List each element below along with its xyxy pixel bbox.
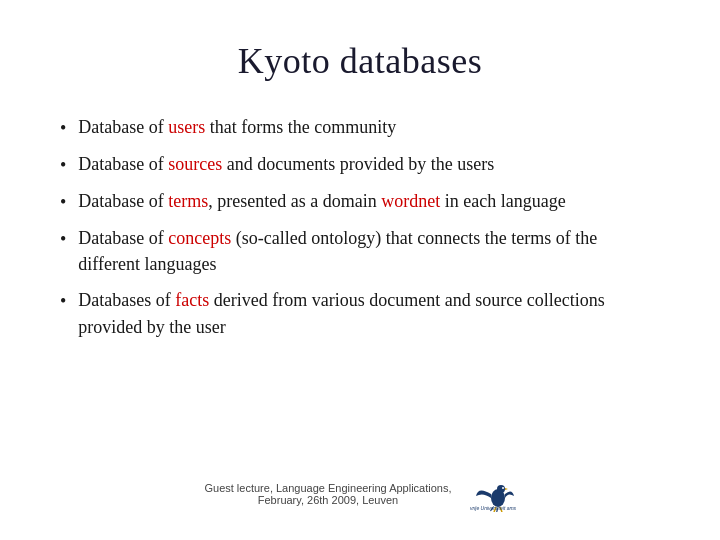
bullet-text-5: Databases of facts derived from various … bbox=[78, 287, 660, 339]
svg-point-1 bbox=[497, 485, 505, 493]
footer-text: Guest lecture, Language Engineering Appl… bbox=[204, 482, 451, 506]
keyword-wordnet: wordnet bbox=[381, 191, 440, 211]
bullet-text-2: Database of sources and documents provid… bbox=[78, 151, 660, 177]
bullet-dot: • bbox=[60, 115, 66, 141]
bullet-dot: • bbox=[60, 152, 66, 178]
svg-text:vrije Universiteit  amsterdam: vrije Universiteit amsterdam bbox=[470, 505, 516, 511]
bullet-text-3: Database of terms, presented as a domain… bbox=[78, 188, 660, 214]
keyword-terms: terms bbox=[168, 191, 208, 211]
bullet-dot: • bbox=[60, 226, 66, 252]
list-item: • Databases of facts derived from variou… bbox=[60, 287, 660, 339]
keyword-users: users bbox=[168, 117, 205, 137]
keyword-concepts: concepts bbox=[168, 228, 231, 248]
list-item: • Database of users that forms the commu… bbox=[60, 114, 660, 141]
footer-line1: Guest lecture, Language Engineering Appl… bbox=[204, 482, 451, 494]
list-item: • Database of sources and documents prov… bbox=[60, 151, 660, 178]
svg-marker-2 bbox=[505, 488, 508, 490]
bullet-dot: • bbox=[60, 189, 66, 215]
bullet-list: • Database of users that forms the commu… bbox=[60, 114, 660, 466]
list-item: • Database of terms, presented as a doma… bbox=[60, 188, 660, 215]
keyword-sources: sources bbox=[168, 154, 222, 174]
vu-logo: vrije Universiteit amsterdam bbox=[468, 476, 516, 512]
svg-point-5 bbox=[502, 487, 504, 489]
bullet-text-1: Database of users that forms the communi… bbox=[78, 114, 660, 140]
keyword-facts: facts bbox=[175, 290, 209, 310]
bullet-text-4: Database of concepts (so-called ontology… bbox=[78, 225, 660, 277]
slide-title: Kyoto databases bbox=[60, 40, 660, 82]
footer-line2: February, 26th 2009, Leuven bbox=[258, 494, 398, 506]
slide: Kyoto databases • Database of users that… bbox=[0, 0, 720, 540]
footer: Guest lecture, Language Engineering Appl… bbox=[60, 476, 660, 520]
bullet-dot: • bbox=[60, 288, 66, 314]
list-item: • Database of concepts (so-called ontolo… bbox=[60, 225, 660, 277]
